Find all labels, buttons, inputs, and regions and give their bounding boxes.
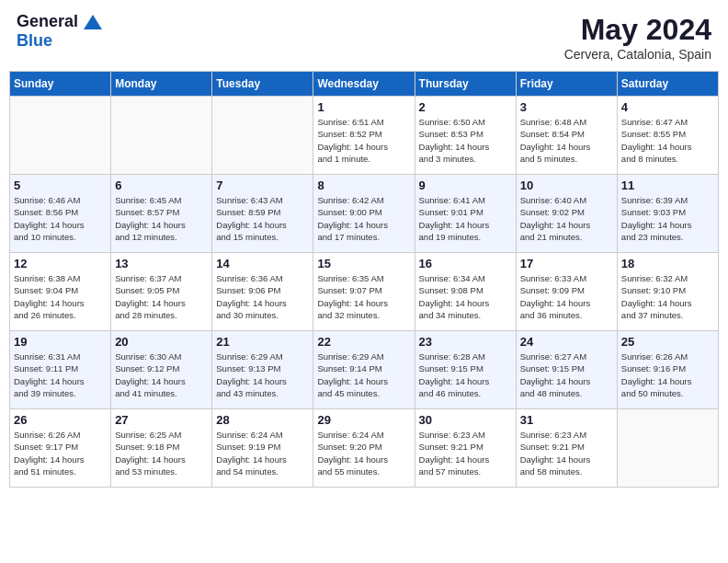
day-info: Sunrise: 6:50 AMSunset: 8:53 PMDaylight:…: [419, 116, 512, 165]
day-number: 21: [216, 335, 309, 349]
calendar-cell: 11Sunrise: 6:39 AMSunset: 9:03 PMDayligh…: [617, 175, 718, 253]
calendar-cell: 14Sunrise: 6:36 AMSunset: 9:06 PMDayligh…: [212, 253, 313, 331]
week-row-5: 26Sunrise: 6:26 AMSunset: 9:17 PMDayligh…: [10, 409, 719, 488]
logo-icon: [84, 15, 102, 29]
calendar-cell: 19Sunrise: 6:31 AMSunset: 9:11 PMDayligh…: [10, 331, 111, 409]
day-header-saturday: Saturday: [617, 72, 718, 97]
calendar-cell: 24Sunrise: 6:27 AMSunset: 9:15 PMDayligh…: [516, 331, 617, 409]
day-number: 7: [216, 178, 309, 192]
day-info: Sunrise: 6:36 AMSunset: 9:06 PMDaylight:…: [216, 272, 309, 321]
day-info: Sunrise: 6:42 AMSunset: 9:00 PMDaylight:…: [317, 194, 410, 243]
logo-blue: Blue: [17, 31, 103, 51]
day-header-tuesday: Tuesday: [212, 72, 313, 97]
calendar-cell: 4Sunrise: 6:47 AMSunset: 8:55 PMDaylight…: [617, 97, 718, 175]
month-year: May 2024: [564, 13, 711, 47]
day-number: 13: [115, 257, 208, 270]
week-row-4: 19Sunrise: 6:31 AMSunset: 9:11 PMDayligh…: [10, 331, 719, 409]
calendar-body: 1Sunrise: 6:51 AMSunset: 8:52 PMDaylight…: [10, 97, 719, 488]
day-info: Sunrise: 6:26 AMSunset: 9:17 PMDaylight:…: [14, 429, 107, 477]
day-number: 12: [14, 257, 107, 270]
day-header-sunday: Sunday: [10, 72, 111, 97]
day-info: Sunrise: 6:48 AMSunset: 8:54 PMDaylight:…: [520, 116, 613, 165]
calendar-cell: 10Sunrise: 6:40 AMSunset: 9:02 PMDayligh…: [516, 175, 617, 253]
day-info: Sunrise: 6:41 AMSunset: 9:01 PMDaylight:…: [419, 194, 512, 243]
day-info: Sunrise: 6:47 AMSunset: 8:55 PMDaylight:…: [621, 116, 714, 165]
day-number: 18: [621, 257, 714, 270]
day-number: 1: [317, 100, 410, 114]
day-number: 16: [419, 257, 512, 270]
day-number: 14: [216, 257, 309, 270]
day-header-friday: Friday: [516, 72, 617, 97]
calendar-cell: 12Sunrise: 6:38 AMSunset: 9:04 PMDayligh…: [10, 253, 111, 331]
day-header-thursday: Thursday: [415, 72, 516, 97]
day-info: Sunrise: 6:33 AMSunset: 9:09 PMDaylight:…: [520, 272, 613, 321]
day-info: Sunrise: 6:30 AMSunset: 9:12 PMDaylight:…: [115, 350, 208, 399]
day-info: Sunrise: 6:31 AMSunset: 9:11 PMDaylight:…: [14, 350, 107, 399]
day-info: Sunrise: 6:23 AMSunset: 9:21 PMDaylight:…: [520, 429, 613, 477]
day-info: Sunrise: 6:27 AMSunset: 9:15 PMDaylight:…: [520, 350, 613, 399]
day-number: 28: [216, 413, 309, 427]
day-header-wednesday: Wednesday: [313, 72, 415, 97]
day-number: 8: [317, 178, 410, 192]
calendar-cell: 6Sunrise: 6:45 AMSunset: 8:57 PMDaylight…: [111, 175, 212, 253]
calendar-cell: 21Sunrise: 6:29 AMSunset: 9:13 PMDayligh…: [212, 331, 313, 409]
calendar-cell: 20Sunrise: 6:30 AMSunset: 9:12 PMDayligh…: [111, 331, 212, 409]
calendar-cell: 8Sunrise: 6:42 AMSunset: 9:00 PMDaylight…: [313, 175, 415, 253]
calendar-cell: 1Sunrise: 6:51 AMSunset: 8:52 PMDaylight…: [313, 97, 415, 175]
day-info: Sunrise: 6:25 AMSunset: 9:18 PMDaylight:…: [115, 429, 208, 477]
logo-text: General Blue: [17, 13, 103, 51]
day-number: 26: [14, 413, 107, 427]
day-number: 4: [621, 100, 714, 114]
day-info: Sunrise: 6:26 AMSunset: 9:16 PMDaylight:…: [621, 350, 714, 399]
day-info: Sunrise: 6:51 AMSunset: 8:52 PMDaylight:…: [317, 116, 410, 165]
title-block: May 2024 Cervera, Catalonia, Spain: [564, 13, 711, 62]
day-info: Sunrise: 6:34 AMSunset: 9:08 PMDaylight:…: [419, 272, 512, 321]
day-info: Sunrise: 6:35 AMSunset: 9:07 PMDaylight:…: [317, 272, 410, 321]
day-number: 2: [419, 100, 512, 114]
day-info: Sunrise: 6:40 AMSunset: 9:02 PMDaylight:…: [520, 194, 613, 243]
calendar-cell: [111, 97, 212, 175]
calendar-cell: [212, 97, 313, 175]
day-number: 15: [317, 257, 410, 270]
calendar-cell: 30Sunrise: 6:23 AMSunset: 9:21 PMDayligh…: [415, 409, 516, 488]
day-number: 3: [520, 100, 613, 114]
week-row-3: 12Sunrise: 6:38 AMSunset: 9:04 PMDayligh…: [10, 253, 719, 331]
day-number: 10: [520, 178, 613, 192]
days-header-row: SundayMondayTuesdayWednesdayThursdayFrid…: [10, 72, 719, 97]
day-number: 27: [115, 413, 208, 427]
calendar-cell: [617, 409, 718, 488]
day-number: 24: [520, 335, 613, 349]
calendar-cell: 23Sunrise: 6:28 AMSunset: 9:15 PMDayligh…: [415, 331, 516, 409]
day-number: 17: [520, 257, 613, 270]
calendar-cell: 3Sunrise: 6:48 AMSunset: 8:54 PMDaylight…: [516, 97, 617, 175]
calendar-table: SundayMondayTuesdayWednesdayThursdayFrid…: [9, 71, 719, 488]
day-number: 31: [520, 413, 613, 427]
day-info: Sunrise: 6:24 AMSunset: 9:20 PMDaylight:…: [317, 429, 410, 477]
location: Cervera, Catalonia, Spain: [564, 47, 711, 62]
calendar-cell: 26Sunrise: 6:26 AMSunset: 9:17 PMDayligh…: [10, 409, 111, 488]
day-info: Sunrise: 6:29 AMSunset: 9:14 PMDaylight:…: [317, 350, 410, 399]
day-number: 30: [419, 413, 512, 427]
calendar-cell: 13Sunrise: 6:37 AMSunset: 9:05 PMDayligh…: [111, 253, 212, 331]
calendar-cell: 18Sunrise: 6:32 AMSunset: 9:10 PMDayligh…: [617, 253, 718, 331]
day-info: Sunrise: 6:43 AMSunset: 8:59 PMDaylight:…: [216, 194, 309, 243]
day-info: Sunrise: 6:38 AMSunset: 9:04 PMDaylight:…: [14, 272, 107, 321]
calendar-cell: 31Sunrise: 6:23 AMSunset: 9:21 PMDayligh…: [516, 409, 617, 488]
calendar-cell: 15Sunrise: 6:35 AMSunset: 9:07 PMDayligh…: [313, 253, 415, 331]
logo-general: General: [17, 12, 78, 30]
day-info: Sunrise: 6:29 AMSunset: 9:13 PMDaylight:…: [216, 350, 309, 399]
calendar-cell: 5Sunrise: 6:46 AMSunset: 8:56 PMDaylight…: [10, 175, 111, 253]
day-number: 25: [621, 335, 714, 349]
svg-marker-0: [84, 15, 102, 29]
calendar-cell: 16Sunrise: 6:34 AMSunset: 9:08 PMDayligh…: [415, 253, 516, 331]
day-info: Sunrise: 6:39 AMSunset: 9:03 PMDaylight:…: [621, 194, 714, 243]
calendar-cell: 29Sunrise: 6:24 AMSunset: 9:20 PMDayligh…: [313, 409, 415, 488]
day-info: Sunrise: 6:24 AMSunset: 9:19 PMDaylight:…: [216, 429, 309, 477]
day-number: 23: [419, 335, 512, 349]
calendar-cell: 2Sunrise: 6:50 AMSunset: 8:53 PMDaylight…: [415, 97, 516, 175]
day-number: 22: [317, 335, 410, 349]
day-number: 9: [419, 178, 512, 192]
calendar-cell: 25Sunrise: 6:26 AMSunset: 9:16 PMDayligh…: [617, 331, 718, 409]
day-number: 11: [621, 178, 714, 192]
week-row-2: 5Sunrise: 6:46 AMSunset: 8:56 PMDaylight…: [10, 175, 719, 253]
